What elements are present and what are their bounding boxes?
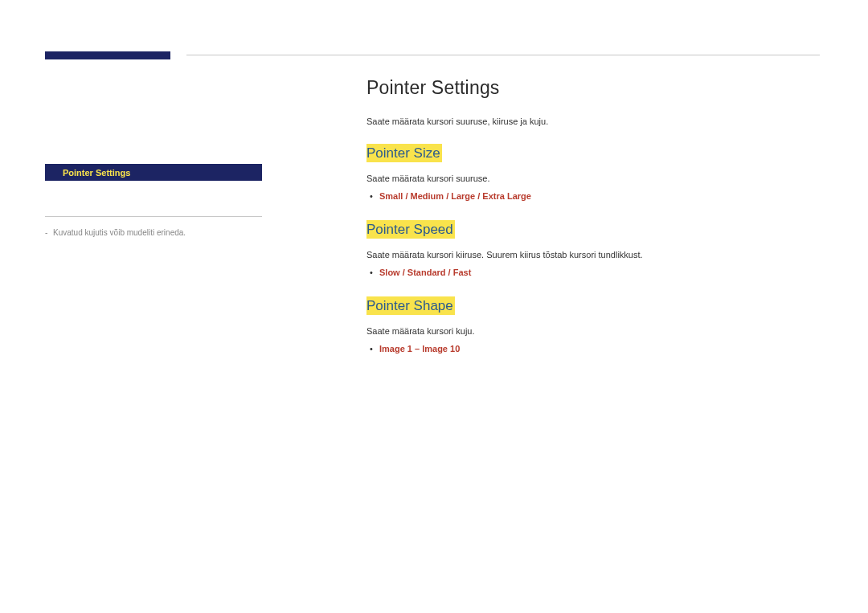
section-desc-pointer-speed: Saate määrata kursori kiiruse. Suurem ki… — [366, 250, 820, 260]
main-content: Pointer Settings Saate määrata kursori s… — [366, 77, 820, 373]
section-heading-pointer-speed: Pointer Speed — [366, 220, 455, 239]
sidebar-item-label: Pointer Settings — [63, 168, 130, 178]
section-options-pointer-size: Small / Medium / Large / Extra Large — [379, 191, 820, 201]
section-desc-pointer-size: Saate määrata kursori suuruse. — [366, 174, 820, 183]
section-options-pointer-shape: Image 1 – Image 10 — [379, 344, 820, 353]
section-heading-pointer-size: Pointer Size — [366, 144, 442, 162]
sidebar: Pointer Settings Kuvatud kujutis võib mu… — [45, 164, 262, 237]
section-desc-pointer-shape: Saate määrata kursori kuju. — [366, 326, 820, 336]
section-options-pointer-speed: Slow / Standard / Fast — [379, 268, 820, 277]
page-title: Pointer Settings — [366, 77, 820, 99]
intro-text: Saate määrata kursori suuruse, kiiruse j… — [366, 116, 820, 126]
header-accent-bar — [45, 51, 170, 59]
section-heading-pointer-shape: Pointer Shape — [366, 296, 455, 315]
header-divider — [186, 55, 820, 55]
sidebar-item-pointer-settings[interactable]: Pointer Settings — [45, 164, 262, 181]
sidebar-footnote: Kuvatud kujutis võib mudeliti erineda. — [45, 228, 262, 237]
sidebar-divider — [45, 216, 262, 217]
